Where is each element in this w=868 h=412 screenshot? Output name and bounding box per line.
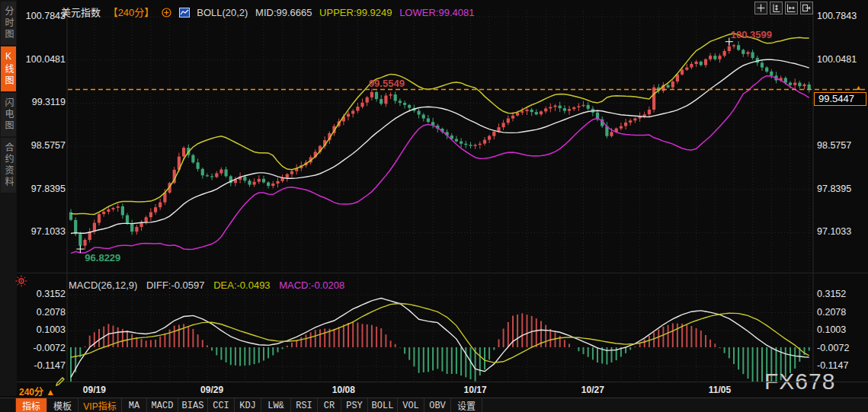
price-axis-label: 97.8395: [817, 184, 851, 194]
toolbar-item-rsi[interactable]: RSI: [291, 398, 318, 412]
live-indicator-icon: [15, 275, 27, 290]
zoom-horizontal-icon[interactable]: [785, 2, 798, 14]
x-axis-date: 09/29: [200, 385, 223, 395]
annotation-swing-high: 99.5549: [369, 78, 405, 89]
macd-axis-label: 0.2078: [817, 307, 846, 318]
sidebar-tab-contract-info[interactable]: 合约资料: [1, 138, 16, 193]
toolbar-item-vol[interactable]: VOL: [398, 398, 424, 412]
chart-header: 美元指数 【240分】 BOLL(20,2) MID:99.6665 UPPER…: [61, 5, 479, 18]
sidebar-tab-time-chart[interactable]: 分时图: [1, 2, 16, 45]
chart-zoom-controls: [754, 2, 813, 14]
toolbar-item-obv[interactable]: OBV: [424, 398, 451, 412]
toolbar-left-pad: [0, 398, 16, 412]
toolbar-item-kdj[interactable]: KDJ: [235, 398, 261, 412]
annotation-top-price: 100.3599: [731, 29, 772, 40]
toolbar-item-macd[interactable]: MACD: [147, 398, 178, 412]
toolbar-item-指标[interactable]: 指标: [16, 398, 47, 412]
price-axis-label: 100.7843: [20, 11, 66, 21]
x-axis-date: 10/08: [332, 385, 355, 395]
period-indicator[interactable]: 240分 ▲: [19, 385, 55, 398]
drawing-tool-icon[interactable]: [55, 376, 66, 390]
toolbar-item-cci[interactable]: CCI: [208, 398, 235, 412]
macd-title: MACD(26,12,9): [69, 279, 137, 291]
price-axis-label: 98.5757: [20, 140, 66, 151]
annotation-low-price: 96.8229: [85, 252, 120, 263]
current-price-tag: 99.5447: [814, 92, 866, 106]
toolbar-item-cr[interactable]: CR: [318, 398, 341, 412]
toolbar-item-ma[interactable]: MA: [122, 398, 147, 412]
chart-application-window: 分时图 K线图 闪电图 合约资料 美元指数 【240分】: [0, 0, 868, 412]
chart-canvas[interactable]: [0, 0, 868, 412]
chart-type-sidebar: 分时图 K线图 闪电图 合约资料: [0, 0, 17, 396]
x-axis-date: 11/05: [709, 385, 731, 395]
price-axis-label: 99.3119: [20, 97, 66, 107]
zoom-vertical-icon[interactable]: [770, 2, 783, 14]
macd-macd-value: MACD:-0.0208: [279, 279, 344, 291]
indicator-chart-icon[interactable]: [179, 8, 190, 20]
price-axis-label: 100.7843: [817, 11, 857, 21]
price-axis-label: 100.0481: [817, 54, 857, 65]
symbol-name: 美元指数: [61, 7, 101, 18]
date-axis: 240分 ▲ 09/1909/2910/0810/1710/2711/05: [0, 382, 868, 398]
macd-axis-label: 0.3152: [20, 289, 66, 299]
boll-mid-value: MID:99.6665: [255, 7, 312, 18]
price-axis-label: 97.1033: [817, 226, 851, 237]
toolbar-item-设置[interactable]: 设置: [451, 398, 482, 412]
toolbar-item-模板[interactable]: 模板: [47, 398, 78, 412]
x-axis-date: 10/17: [464, 385, 487, 395]
macd-axis-label: -0.1147: [20, 360, 66, 371]
macd-dea-value: DEA:-0.0493: [213, 279, 270, 291]
period-tag[interactable]: 【240分】: [108, 7, 155, 18]
sidebar-tab-flash-chart[interactable]: 闪电图: [1, 93, 16, 136]
pan-right-icon[interactable]: [800, 2, 813, 14]
boll-upper-value: UPPER:99.9249: [319, 7, 392, 18]
macd-diff-value: DIFF:-0.0597: [146, 279, 205, 291]
macd-axis-label: 0.1003: [20, 324, 66, 335]
macd-axis-label: 0.1003: [817, 324, 846, 335]
add-indicator-icon[interactable]: [162, 8, 171, 20]
price-tag-marker: ▲: [855, 85, 862, 91]
indicator-toolbar: 指标模板VIP指标MAMACDBIASCCIKDJLW&RSICRPSYBOLL…: [0, 398, 868, 412]
toolbar-item-boll[interactable]: BOLL: [368, 398, 398, 412]
macd-axis-label: 0.2078: [20, 307, 66, 318]
toolbar-item-psy[interactable]: PSY: [341, 398, 368, 412]
macd-axis-label: -0.0072: [20, 343, 66, 353]
macd-axis-label: 0.3152: [817, 289, 846, 299]
sidebar-tab-kline-chart[interactable]: K线图: [1, 46, 16, 91]
macd-axis-label: -0.1147: [817, 360, 848, 371]
boll-label: BOLL(20,2): [197, 7, 248, 18]
toolbar-item-bias[interactable]: BIAS: [178, 398, 208, 412]
price-axis-label: 97.1033: [20, 226, 66, 237]
x-axis-date: 09/19: [83, 385, 106, 395]
macd-header: MACD(26,12,9) DIFF:-0.0597 DEA:-0.0493 M…: [69, 279, 351, 291]
toolbar-item-lw&[interactable]: LW&: [261, 398, 291, 412]
macd-axis-label: -0.0072: [817, 343, 849, 353]
toolbar-item-vip指标[interactable]: VIP指标: [78, 398, 122, 412]
move-icon[interactable]: [754, 2, 767, 14]
price-axis-label: 100.0481: [20, 54, 66, 65]
x-axis-date: 10/27: [581, 385, 604, 395]
price-axis-label: 98.5757: [817, 140, 851, 151]
boll-lower-value: LOWER:99.4081: [399, 7, 474, 18]
price-axis-label: 97.8395: [20, 184, 66, 194]
